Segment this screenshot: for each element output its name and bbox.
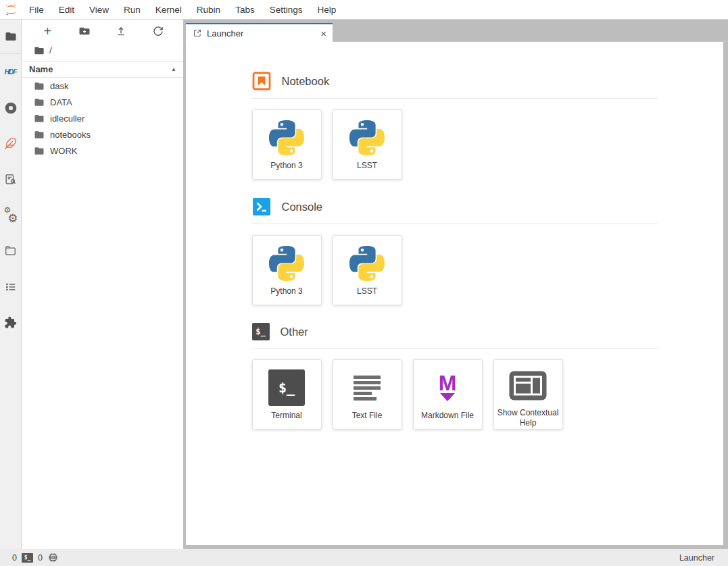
sidebar-item-gears[interactable]: ⚙ ⚙ xyxy=(0,197,21,233)
menu-rubin[interactable]: Rubin xyxy=(189,5,228,15)
section-notebook-cards: Python 3 LSST xyxy=(252,109,658,180)
sidebar-item-table-of-contents[interactable] xyxy=(0,269,21,305)
python-icon xyxy=(269,245,304,282)
launcher-card-notebook-python3[interactable]: Python 3 xyxy=(252,109,322,180)
jupyter-logo-icon xyxy=(5,3,18,16)
main-dock-panel: Launcher × Notebook xyxy=(183,20,728,549)
refresh-button[interactable] xyxy=(149,23,168,39)
tab-launcher[interactable]: Launcher × xyxy=(186,23,333,42)
folder-icon xyxy=(34,114,45,123)
folder-row-data[interactable]: DATA xyxy=(22,94,183,110)
launcher-card-console-lsst[interactable]: LSST xyxy=(333,235,402,305)
menu-tabs[interactable]: Tabs xyxy=(228,5,262,15)
folder-icon xyxy=(34,147,45,155)
upload-button[interactable] xyxy=(112,23,130,39)
folder-name: WORK xyxy=(50,146,77,156)
menu-file[interactable]: File xyxy=(22,5,51,15)
launcher-card-console-python3[interactable]: Python 3 xyxy=(252,235,322,305)
menu-bar: File Edit View Run Kernel Rubin Tabs Set… xyxy=(0,0,728,20)
breadcrumb: / xyxy=(22,42,183,59)
sidebar-item-filebrowser[interactable] xyxy=(0,20,21,53)
menu-kernel[interactable]: Kernel xyxy=(148,5,189,15)
section-console-header: Console xyxy=(252,197,658,224)
section-title: Other xyxy=(281,326,308,338)
section-console: Console Python 3 xyxy=(252,197,658,305)
sort-ascending-icon[interactable]: ▲ xyxy=(171,66,176,72)
tab-label: Launcher xyxy=(207,28,243,38)
left-sidebar: HDF ⚙ ⚙ xyxy=(0,20,22,549)
breadcrumb-root[interactable]: / xyxy=(49,45,52,55)
folder-row-notebooks[interactable]: notebooks xyxy=(22,126,183,143)
menu-run[interactable]: Run xyxy=(116,5,148,15)
terminal-icon: $_ xyxy=(268,369,305,406)
sidebar-item-running-sessions[interactable] xyxy=(0,90,21,126)
sidebar-item-open-tabs[interactable] xyxy=(0,233,21,269)
folder-icon xyxy=(5,30,17,43)
folder-icon xyxy=(34,82,45,91)
new-folder-button[interactable] xyxy=(75,23,94,39)
launcher-card-terminal[interactable]: $_ Terminal xyxy=(252,359,322,430)
menu-edit[interactable]: Edit xyxy=(51,5,82,15)
section-notebook: Notebook Python 3 xyxy=(252,72,658,180)
new-launcher-button[interactable]: + xyxy=(38,23,57,39)
launcher-card-notebook-lsst[interactable]: LSST xyxy=(333,109,402,180)
jupyterlab-window: File Edit View Run Kernel Rubin Tabs Set… xyxy=(0,0,728,566)
gears-icon: ⚙ ⚙ xyxy=(4,209,18,222)
python-icon xyxy=(349,119,385,156)
notebook-icon xyxy=(252,72,271,91)
section-notebook-header: Notebook xyxy=(252,72,658,99)
terminal-status-icon: $_ xyxy=(22,553,33,563)
card-label: LSST xyxy=(354,161,380,172)
menu-view[interactable]: View xyxy=(82,5,116,15)
running-sessions-status[interactable]: 0 $_ 0 xyxy=(12,552,59,563)
status-bar: 0 $_ 0 Launcher xyxy=(0,549,728,566)
close-icon[interactable]: × xyxy=(320,28,326,38)
text-file-icon xyxy=(352,369,382,406)
card-label: Text File xyxy=(349,411,385,421)
refresh-icon xyxy=(152,25,164,37)
folder-row-idleculler[interactable]: idleculler xyxy=(22,110,183,126)
contextual-help-icon xyxy=(509,369,547,403)
sidebar-item-hdf5[interactable]: HDF xyxy=(0,54,21,90)
card-label: LSST xyxy=(354,286,380,297)
launcher-panel: Notebook Python 3 xyxy=(186,42,723,545)
menu-help[interactable]: Help xyxy=(310,5,343,15)
card-label: Terminal xyxy=(268,411,304,421)
python-icon xyxy=(269,119,304,156)
feather-icon xyxy=(4,137,17,150)
tab-bar: Launcher × xyxy=(183,20,728,42)
folder-name: DATA xyxy=(50,97,72,107)
folder-row-work[interactable]: WORK xyxy=(22,143,183,159)
folder-row-dask[interactable]: dask xyxy=(22,78,183,94)
sidebar-item-notebook-search[interactable] xyxy=(0,161,21,197)
card-label: Python 3 xyxy=(268,286,305,297)
section-console-cards: Python 3 LSST xyxy=(252,235,658,305)
sidebar-item-feather-extension[interactable] xyxy=(0,126,21,161)
folder-name: idleculler xyxy=(50,113,84,124)
upload-icon xyxy=(115,25,127,37)
launcher-card-text-file[interactable]: Text File xyxy=(333,359,402,430)
card-label: Python 3 xyxy=(268,161,305,172)
card-label: Markdown File xyxy=(418,411,477,421)
launcher-card-contextual-help[interactable]: Show Contextual Help xyxy=(493,359,563,430)
breadcrumb-home-folder-icon[interactable] xyxy=(34,46,45,55)
section-title: Console xyxy=(282,201,323,213)
sidebar-item-extension-manager[interactable] xyxy=(0,305,21,340)
section-other-cards: $_ Terminal xyxy=(252,359,658,430)
launcher-body: Notebook Python 3 xyxy=(252,42,658,430)
section-title: Notebook xyxy=(282,75,330,88)
section-other: $_ Other $_ Terminal xyxy=(252,323,658,430)
markdown-icon: M xyxy=(439,369,457,406)
menu-settings[interactable]: Settings xyxy=(262,5,310,15)
folder-name: notebooks xyxy=(50,130,91,140)
launcher-card-markdown-file[interactable]: M Markdown File xyxy=(413,359,483,430)
launcher-tab-icon xyxy=(193,28,202,38)
file-list-header[interactable]: Name ▲ xyxy=(22,61,183,78)
file-browser-toolbar: + xyxy=(22,20,183,42)
folder-icon xyxy=(34,98,45,107)
jupyter-logo xyxy=(0,3,22,16)
puzzle-icon xyxy=(4,316,17,329)
kernel-chip-icon xyxy=(47,552,59,563)
toc-list-icon xyxy=(4,280,17,293)
current-activity-label: Launcher xyxy=(679,553,714,563)
